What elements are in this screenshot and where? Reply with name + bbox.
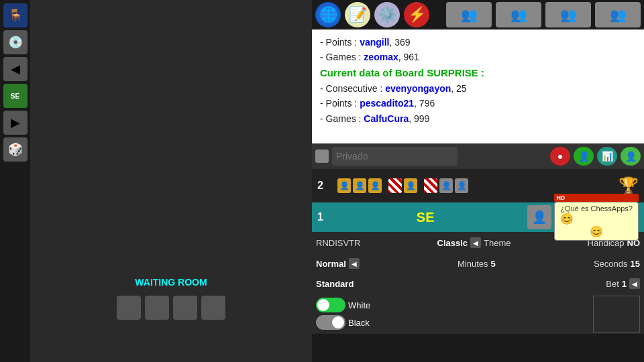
standard-value: Standard (316, 279, 354, 289)
points-line-2: - Points : pescadito21, 796 (320, 96, 636, 111)
person-checker-2[interactable]: 👤 (404, 178, 417, 193)
settings-row-3: Standard Bet 1 ◀ (312, 274, 644, 294)
tooltip-container: HD ¿Qué es ChessApps? 😊 (554, 194, 639, 241)
panel-btn-4[interactable]: 👥 (595, 2, 641, 27)
person-gray-1[interactable]: 👤 (439, 178, 453, 193)
chat-checkbox[interactable] (315, 149, 329, 163)
vangill-points: 369 (394, 37, 410, 48)
person-gold-2[interactable]: 👤 (353, 178, 366, 193)
gear-icon[interactable]: ⚙️ (374, 2, 400, 27)
sidebar-disk-icon[interactable]: 💿 (3, 30, 28, 54)
lightning-icon[interactable]: ⚡ (404, 2, 429, 27)
person-checker-3[interactable] (424, 178, 437, 193)
settings-row-2: Normal ◀ Minutes 5 Seconds 15 (312, 253, 644, 274)
person-gold-1[interactable]: 👤 (337, 178, 351, 193)
game-row: 1 SE 👤 HD ¿Qué es ChessApps? 😊 (312, 202, 644, 232)
trophy-icon: 🏆 (619, 176, 639, 195)
evenyongayon-name: evenyongayon (385, 83, 451, 94)
white-toggle-line: White (316, 298, 589, 312)
sidebar-back-icon[interactable]: ◀ (3, 57, 28, 81)
white-label: White (348, 300, 370, 310)
room-icons-gold: 👤 👤 👤 (337, 178, 382, 193)
chat-input[interactable] (332, 147, 458, 166)
person-gray-2[interactable]: 👤 (455, 178, 468, 193)
game-number: 1 (317, 211, 323, 223)
zeomax-games: 961 (404, 52, 419, 62)
games-line-1: - Games : zeomax, 961 (320, 50, 636, 64)
board-header: Current data of Board SURPRISE : (320, 65, 636, 81)
hd-badge: HD (554, 194, 639, 202)
minutes-label: Minutes (458, 259, 488, 269)
black-toggle[interactable] (316, 315, 345, 330)
calfucura-games: 999 (414, 113, 429, 124)
zeomax-name: zeomax (364, 52, 398, 62)
person-gold-3[interactable]: 👤 (368, 178, 382, 193)
board-surprise-header: Current data of Board SURPRISE : (320, 67, 484, 78)
bottom-icons (30, 293, 312, 322)
globe-icon[interactable]: 🌐 (315, 2, 341, 27)
calfucura-name: CalfuCura (364, 113, 409, 124)
seconds-label: Seconds (594, 259, 628, 269)
normal-arrow[interactable]: ◀ (349, 258, 360, 269)
right-panel: 🌐 📝 ⚙️ ⚡ 👥 👥 👥 👥 - Points : vangill, 369… (312, 0, 644, 362)
sidebar-se-label[interactable]: SE (3, 84, 28, 108)
sidebar-forward-icon[interactable]: ▶ (3, 111, 28, 135)
white-toggle[interactable] (316, 298, 345, 312)
points-line-1: - Points : vangill, 369 (320, 35, 636, 50)
tooltip-text: ¿Qué es ChessApps? (560, 204, 633, 213)
chat-btn-green[interactable]: 👤 (574, 147, 594, 166)
consecutive-line: - Consecutive : evenyongayon, 25 (320, 81, 636, 96)
rndisvtr-label: RNDISVTR (316, 238, 360, 248)
pescadito21-name: pescadito21 (360, 98, 414, 109)
room-number: 2 (317, 180, 331, 192)
bet-label: Bet (606, 279, 619, 289)
chessboard (37, 3, 305, 272)
bottom-settings: White Black (312, 294, 644, 334)
black-toggle-line: Black (316, 315, 589, 330)
waiting-room-label: WAITING ROOM (30, 272, 312, 293)
pescadito21-points: 796 (419, 98, 435, 109)
theme-arrow[interactable]: ◀ (470, 237, 481, 248)
panel-btn-3[interactable]: 👥 (545, 2, 591, 27)
info-area: - Points : vangill, 369 - Games : zeomax… (312, 29, 644, 143)
theme-label: Theme (484, 238, 511, 248)
chat-btn-red[interactable]: ● (550, 147, 570, 166)
black-label: Black (348, 318, 370, 328)
chat-btn-teal[interactable]: 📊 (597, 147, 617, 166)
panel-btn-1[interactable]: 👥 (446, 2, 492, 27)
se-label: SE (329, 210, 522, 225)
edit-icon[interactable]: 📝 (345, 2, 370, 27)
toggle-section: White Black (316, 298, 589, 330)
bottom-icon-1[interactable] (117, 296, 141, 320)
normal-value: Normal (316, 259, 346, 269)
bottom-icon-3[interactable] (173, 296, 197, 320)
chat-bar: ● 👤 📊 👤 (312, 143, 644, 169)
evenyongayon-val: 25 (456, 83, 467, 94)
avatar-icon[interactable]: 👤 (527, 205, 551, 229)
board-area: WAITING ROOM (30, 0, 312, 362)
tooltip-box: ¿Qué es ChessApps? 😊 (554, 202, 639, 241)
tooltip-emoji: 😊 (560, 213, 574, 225)
top-nav: 🌐 📝 ⚙️ ⚡ 👥 👥 👥 👥 (312, 0, 644, 29)
theme-value: Classic (437, 238, 468, 248)
bottom-icon-2[interactable] (145, 296, 169, 320)
seconds-value: 15 (631, 259, 640, 269)
room-icons-checker: 👤 (388, 178, 417, 193)
vangill-name: vangill (360, 37, 389, 48)
minutes-value: 5 (491, 259, 496, 269)
room-icons-gray: 👤 👤 (424, 178, 468, 193)
sidebar-chair-icon[interactable]: 🪑 (3, 3, 28, 27)
person-checker-1[interactable] (388, 178, 402, 193)
left-sidebar: 🪑 💿 ◀ SE ▶ 🎲 (0, 0, 30, 362)
chat-btn-green2[interactable]: 👤 (621, 147, 641, 166)
bet-value: 1 (622, 279, 627, 289)
sidebar-dice-icon[interactable]: 🎲 (3, 137, 28, 162)
bet-arrow[interactable]: ◀ (629, 278, 640, 289)
games-line-2: - Games : CalfuCura, 999 (320, 111, 636, 126)
panel-btn-2[interactable]: 👥 (496, 2, 541, 27)
bottom-icon-4[interactable] (201, 296, 225, 320)
mini-board (593, 296, 640, 333)
